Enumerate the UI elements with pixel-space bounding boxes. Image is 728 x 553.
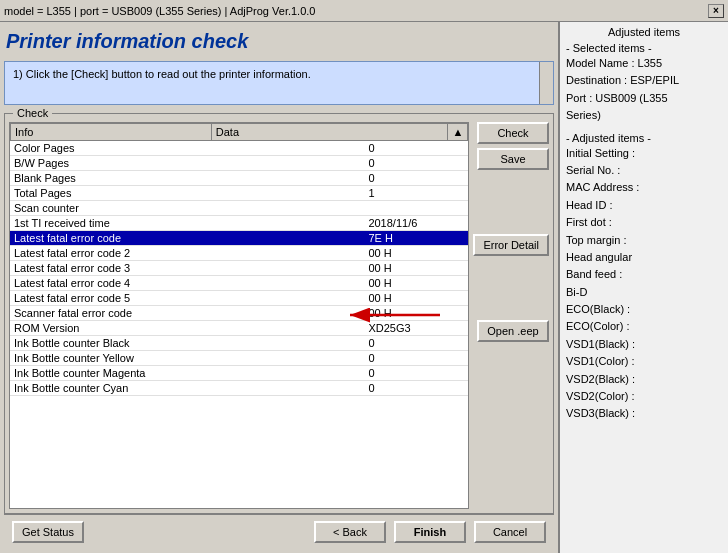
instruction-box: 1) Click the [Check] button to read out … <box>4 61 554 105</box>
table-row[interactable]: Total Pages1 <box>10 186 468 201</box>
table-row[interactable]: Scanner fatal error code00 H <box>10 306 468 321</box>
cell-data: XD25G3 <box>364 321 454 336</box>
table-row[interactable]: Latest fatal error code 500 H <box>10 291 468 306</box>
col-header-info: Info <box>11 124 212 141</box>
titlebar-text: model = L355 | port = USB009 (L355 Serie… <box>4 5 315 17</box>
table-row[interactable]: Latest fatal error code 300 H <box>10 261 468 276</box>
check-group-inner: Info Data ▲ <box>9 122 549 509</box>
cell-info: Scanner fatal error code <box>10 306 364 321</box>
adjusted-field: Initial Setting : <box>566 146 722 161</box>
back-button[interactable]: < Back <box>314 521 386 543</box>
cell-info: Latest fatal error code 5 <box>10 291 364 306</box>
main-layout: Printer information check 1) Click the [… <box>0 22 728 553</box>
cell-spacer <box>454 171 468 186</box>
data-table-container: Info Data ▲ <box>9 122 469 509</box>
cell-info: Ink Bottle counter Cyan <box>10 381 364 396</box>
cell-spacer <box>454 276 468 291</box>
cell-data: 2018/11/6 <box>364 216 454 231</box>
right-panel: Adjusted items - Selected items - Model … <box>558 22 728 553</box>
cell-spacer <box>454 246 468 261</box>
cell-spacer <box>454 321 468 336</box>
cell-spacer <box>454 231 468 246</box>
cell-info: Latest fatal error code 2 <box>10 246 364 261</box>
table-row[interactable]: Latest fatal error code7E H <box>10 231 468 246</box>
col-header-sort[interactable]: ▲ <box>448 124 468 141</box>
cell-spacer <box>454 366 468 381</box>
cell-spacer <box>454 336 468 351</box>
table-row[interactable]: B/W Pages0 <box>10 156 468 171</box>
bottom-bar: Get Status < Back Finish Cancel <box>4 514 554 549</box>
get-status-button[interactable]: Get Status <box>12 521 84 543</box>
cell-data: 0 <box>364 171 454 186</box>
adjusted-field: VSD3(Black) : <box>566 406 722 421</box>
data-table: Info Data ▲ <box>10 123 468 141</box>
table-row[interactable]: Ink Bottle counter Black0 <box>10 336 468 351</box>
cell-data: 00 H <box>364 261 454 276</box>
table-row[interactable]: Ink Bottle counter Yellow0 <box>10 351 468 366</box>
cell-info: Ink Bottle counter Magenta <box>10 366 364 381</box>
selected-field: Destination : ESP/EPIL <box>566 73 722 88</box>
table-row[interactable]: 1st TI received time2018/11/6 <box>10 216 468 231</box>
adjusted-field: ECO(Color) : <box>566 319 722 334</box>
cell-spacer <box>454 381 468 396</box>
selected-field: Port : USB009 (L355 <box>566 91 722 106</box>
cell-data: 0 <box>364 141 454 156</box>
cell-data: 00 H <box>364 306 454 321</box>
cell-info: Total Pages <box>10 186 364 201</box>
right-panel-title: Adjusted items <box>566 26 722 38</box>
close-button[interactable]: × <box>708 4 724 18</box>
titlebar: model = L355 | port = USB009 (L355 Serie… <box>0 0 728 22</box>
adjusted-field: VSD2(Black) : <box>566 372 722 387</box>
cell-info: Blank Pages <box>10 171 364 186</box>
check-button[interactable]: Check <box>477 122 549 144</box>
table-row[interactable]: ROM VersionXD25G3 <box>10 321 468 336</box>
instruction-text: 1) Click the [Check] button to read out … <box>13 68 311 80</box>
cell-spacer <box>454 156 468 171</box>
cell-data: 0 <box>364 156 454 171</box>
cell-data: 1 <box>364 186 454 201</box>
adjusted-field: Top margin : <box>566 233 722 248</box>
cell-data: 00 H <box>364 291 454 306</box>
table-row[interactable]: Color Pages0 <box>10 141 468 156</box>
table-row[interactable]: Latest fatal error code 200 H <box>10 246 468 261</box>
table-row[interactable]: Ink Bottle counter Magenta0 <box>10 366 468 381</box>
save-button[interactable]: Save <box>477 148 549 170</box>
cell-data: 7E H <box>364 231 454 246</box>
adjusted-field: Band feed : <box>566 267 722 282</box>
error-detail-button[interactable]: Error Detail <box>473 234 549 256</box>
adjusted-items-header: - Adjusted items - <box>566 132 722 144</box>
cell-spacer <box>454 186 468 201</box>
table-row[interactable]: Blank Pages0 <box>10 171 468 186</box>
adjusted-field: VSD1(Color) : <box>566 354 722 369</box>
table-row[interactable]: Latest fatal error code 400 H <box>10 276 468 291</box>
cell-spacer <box>454 306 468 321</box>
cell-data: 0 <box>364 366 454 381</box>
adjusted-field: Head angular <box>566 250 722 265</box>
selected-field: Model Name : L355 <box>566 56 722 71</box>
cell-spacer <box>454 216 468 231</box>
instruction-scrollbar[interactable] <box>539 62 553 104</box>
cell-spacer <box>454 261 468 276</box>
col-header-data: Data <box>211 124 448 141</box>
table-row[interactable]: Scan counter <box>10 201 468 216</box>
cell-info: Ink Bottle counter Black <box>10 336 364 351</box>
cancel-button[interactable]: Cancel <box>474 521 546 543</box>
cell-info: Latest fatal error code 3 <box>10 261 364 276</box>
cell-data <box>364 201 454 216</box>
table-scroll-area[interactable]: Color Pages0B/W Pages0Blank Pages0Total … <box>10 141 468 508</box>
table-row[interactable]: Ink Bottle counter Cyan0 <box>10 381 468 396</box>
selected-fields: Model Name : L355Destination : ESP/EPILP… <box>566 56 722 124</box>
finish-button[interactable]: Finish <box>394 521 466 543</box>
open-eep-button[interactable]: Open .eep <box>477 320 549 342</box>
check-group: Check Info Data ▲ <box>4 113 554 514</box>
adjusted-field: Head ID : <box>566 198 722 213</box>
page-title: Printer information check <box>4 26 554 61</box>
cell-spacer <box>454 201 468 216</box>
cell-info: B/W Pages <box>10 156 364 171</box>
selected-field: Series) <box>566 108 722 123</box>
cell-info: ROM Version <box>10 321 364 336</box>
cell-info: Latest fatal error code <box>10 231 364 246</box>
adjusted-field: Bi-D <box>566 285 722 300</box>
cell-data: 0 <box>364 351 454 366</box>
cell-info: 1st TI received time <box>10 216 364 231</box>
